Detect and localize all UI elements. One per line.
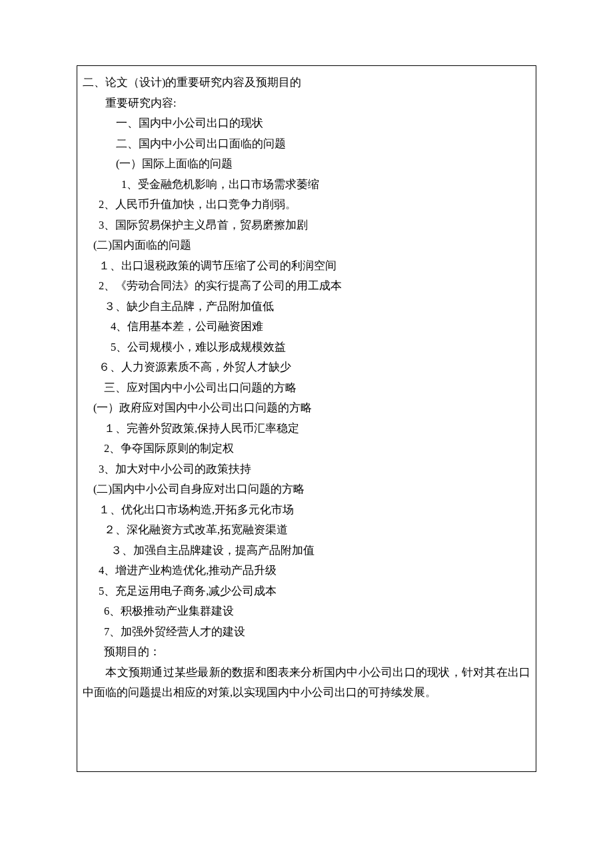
item-gov-2: 2、争夺国际原则的制定权 — [83, 439, 530, 459]
subheading-domestic: (二)国内面临的问题 — [83, 235, 530, 256]
item-gov-3: 3、加大对中小公司的政策扶持 — [83, 459, 530, 480]
subtitle-expected: 预期目的： — [83, 642, 530, 663]
item-co-3: ３、加强自主品牌建设，提高产品附加值 — [83, 541, 530, 561]
expected-paragraph: 本文预期通过某些最新的数据和图表来分析国内中小公司出口的现状，针对其在出口中面临… — [83, 663, 530, 703]
content-box: 二、论文（设计)的重要研究内容及预期目的 重要研究内容: 一、国内中小公司出口的… — [77, 65, 536, 772]
heading-1: 一、国内中小公司出口的现状 — [83, 113, 530, 134]
item-dom-4: 4、信用基本差，公司融资困难 — [83, 317, 530, 337]
item-gov-1: １、完善外贸政策,保持人民币汇率稳定 — [83, 419, 530, 439]
subheading-international: (一）国际上面临的问题 — [83, 154, 530, 175]
heading-2: 二、国内中小公司出口面临的问题 — [83, 134, 530, 155]
page: 二、论文（设计)的重要研究内容及预期目的 重要研究内容: 一、国内中小公司出口的… — [0, 0, 613, 812]
section-title: 二、论文（设计)的重要研究内容及预期目的 — [83, 73, 530, 93]
item-intl-2: 2、人民币升值加快，出口竞争力削弱。 — [83, 195, 530, 215]
item-intl-1: 1、受金融危机影响，出口市场需求萎缩 — [83, 175, 530, 195]
subheading-gov: (一）政府应对国内中小公司出口问题的方略 — [83, 398, 530, 419]
item-co-5: 5、充足运用电子商务,减少公司成本 — [83, 581, 530, 602]
subtitle-research-content: 重要研究内容: — [83, 93, 530, 114]
item-dom-3: ３、缺少自主品牌，产品附加值低 — [83, 297, 530, 317]
heading-3: 三、应对国内中小公司出口问题的方略 — [83, 378, 530, 399]
item-dom-2: 2、《劳动合同法》的实行提高了公司的用工成本 — [83, 276, 530, 297]
item-co-1: １、优化出口市场构造,开拓多元化市场 — [83, 500, 530, 521]
item-dom-1: １、出口退税政策的调节压缩了公司的利润空间 — [83, 256, 530, 277]
subheading-company: (二)国内中小公司自身应对出口问题的方略 — [83, 479, 530, 500]
item-co-6: 6、积极推动产业集群建设 — [83, 601, 530, 622]
item-co-7: 7、加强外贸经营人才的建设 — [83, 622, 530, 643]
item-dom-5: 5、公司规模小，难以形成规模效益 — [83, 337, 530, 358]
item-co-2: ２、深化融资方式改革,拓宽融资渠道 — [83, 520, 530, 541]
item-co-4: 4、增进产业构造优化,推动产品升级 — [83, 561, 530, 581]
item-dom-6: ６、人力资源素质不高，外贸人才缺少 — [83, 357, 530, 378]
item-intl-3: 3、国际贸易保护主义昂首，贸易磨擦加剧 — [83, 215, 530, 236]
